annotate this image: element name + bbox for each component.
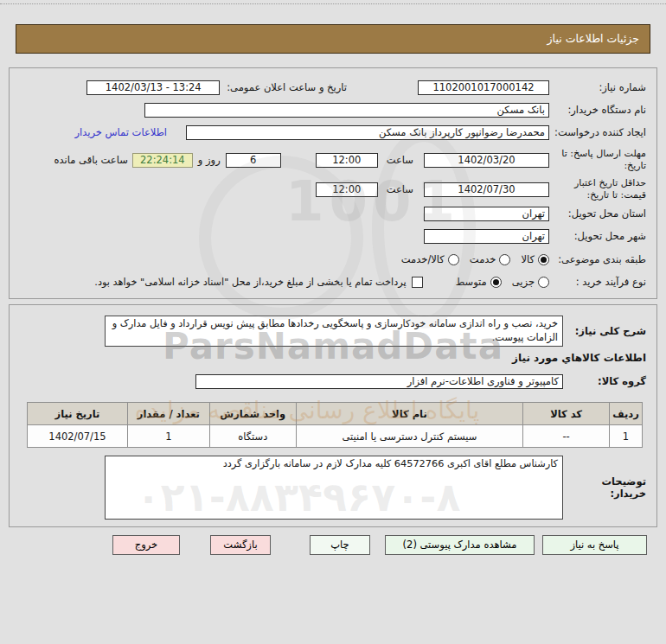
announce-datetime-field[interactable]: 1402/03/13 - 13:24 [86,80,220,95]
goods-group-label: گروه کالا: [563,375,646,387]
top-dotted-divider [0,3,666,4]
response-deadline-date-field[interactable]: 1402/03/20 [424,153,549,168]
print-button[interactable]: چاپ [310,535,370,555]
exit-button[interactable]: خروج [112,535,180,555]
response-deadline-row: مهلت ارسال پاسخ: تا تاریخ: 1402/03/20 سا… [20,148,646,172]
price-validity-row: حداقل تاریخ اعتبار قیمت: تا تاریخ: 1402/… [20,177,646,201]
purchase-type-label: نوع فرآیند خرید : [549,276,646,288]
cell-unit: دستگاه [209,425,296,448]
response-deadline-time-field[interactable]: 12:00 [316,153,378,168]
price-validity-date-field[interactable]: 1402/07/30 [424,182,549,197]
announce-datetime-label: تاریخ و ساعت اعلان عمومی: [227,81,347,93]
request-creator-field[interactable]: محمدرضا رضوانپور کارپرداز بانک مسکن [186,125,549,140]
price-validity-hour-label: ساعت [387,183,413,195]
buyer-notes-field[interactable]: کارشناس مطلع اقای اکبری 64572766 کلیه مد… [105,456,563,520]
general-description-label: شرح کلی نیاز: [563,325,646,337]
buyer-notes-row: توضیحات خریدار: کارشناس مطلع اقای اکبری … [20,455,646,520]
col-item-name: نام کالا [296,403,523,425]
delivery-province-field[interactable]: تهران [424,207,549,221]
view-attached-docs-button[interactable]: مشاهده مدارک پیوستی (2) [385,535,535,555]
buyer-org-row: نام دستگاه خریدار: بانک مسکن [20,101,646,118]
radio-medium[interactable] [490,277,502,288]
respond-to-need-button[interactable]: پاسخ به نیاز [542,535,647,555]
cell-need-date: 1402/07/15 [28,425,128,448]
radio-goods-service[interactable] [448,254,459,265]
goods-group-field[interactable]: کامپیوتر و فناوری اطلاعات-نرم افزار [195,374,563,389]
cell-item-name: سیستم کنترل دسترسی یا امنیتی [296,425,523,448]
back-button[interactable]: بازگشت [210,535,271,555]
delivery-city-label: شهر محل تحویل: [549,230,646,242]
remaining-days-label: روز و [198,154,221,166]
goods-group-row: گروه کالا: کامپیوتر و فناوری اطلاعات-نرم… [20,373,646,390]
radio-goods-label: کالا [521,253,535,265]
goods-section-heading: اطلاعات کالاهاي مورد نیاز [20,352,646,366]
general-description-field[interactable]: خرید، نصب و راه اندازی سامانه خودکارسازی… [105,316,563,347]
col-need-date: تاریخ نیاز [28,403,128,425]
countdown-timer: 22:24:14 [132,153,193,168]
goods-table-header-row: ردیف کد کالا نام کالا واحد شمارش تعداد /… [28,403,643,425]
radio-goods-service-label: کالا/خدمت [401,253,445,265]
buyer-contact-link[interactable]: اطلاعات تماس خریدار [74,126,167,138]
need-number-row: شماره نیاز: 1102001017000142 تاریخ و ساع… [20,79,646,96]
subject-class-label: طبقه بندی موضوعی: [549,253,646,265]
response-deadline-label: مهلت ارسال پاسخ: تا تاریخ: [549,148,646,172]
cell-item-code: -- [523,425,610,448]
col-item-code: کد کالا [523,403,610,425]
request-creator-label: ایجاد کننده درخواست: [549,126,646,138]
request-creator-row: ایجاد کننده درخواست: محمدرضا رضوانپور کا… [20,124,646,141]
general-description-row: شرح کلی نیاز: خرید، نصب و راه اندازی سام… [20,314,646,348]
buyer-org-field[interactable]: بانک مسکن [144,103,549,118]
need-info-panel: شماره نیاز: 1102001017000142 تاریخ و ساع… [9,67,657,299]
table-row: 1 -- سیستم کنترل دسترسی یا امنیتی دستگاه… [28,425,643,448]
delivery-city-row: شهر محل تحویل: تهران [20,227,646,245]
radio-medium-label: متوسط [456,276,487,288]
buyer-org-label: نام دستگاه خریدار: [549,104,646,116]
radio-service[interactable] [499,254,510,265]
treasury-checkbox[interactable] [412,277,423,288]
delivery-city-field[interactable]: تهران [424,229,549,244]
delivery-province-row: استان محل تحویل: تهران [20,205,646,222]
col-unit: واحد شمارش [209,403,296,425]
purchase-type-row: نوع فرآیند خرید : جزیی متوسط پرداخت تمام… [20,274,646,290]
subject-class-row: طبقه بندی موضوعی: کالا خدمت کالا/خدمت [20,252,646,267]
treasury-checkbox-label: پرداخت تمام یا بخشی از مبلغ خرید،از محل … [94,277,406,288]
cell-quantity: 1 [127,425,209,448]
countdown-label: ساعت باقی مانده [54,154,128,166]
radio-minor-label: جزیی [512,276,535,288]
delivery-province-label: استان محل تحویل: [549,207,646,220]
col-quantity: تعداد / مقدار [127,403,209,425]
radio-minor[interactable] [538,277,549,288]
col-row-number: ردیف [610,403,643,425]
price-validity-time-field[interactable]: 12:00 [316,182,378,197]
price-validity-label: حداقل تاریخ اعتبار قیمت: تا تاریخ: [549,177,646,201]
need-number-label: شماره نیاز: [549,81,646,93]
buyer-notes-label: توضیحات خریدار: [563,475,646,501]
radio-service-label: خدمت [470,253,496,265]
radio-goods[interactable] [538,254,549,265]
goods-table: ردیف کد کالا نام کالا واحد شمارش تعداد /… [27,402,643,448]
cell-row-number: 1 [610,425,643,448]
need-number-field[interactable]: 1102001017000142 [418,80,549,95]
action-buttons: پاسخ به نیاز مشاهده مدارک پیوستی (2) چاپ… [0,535,666,558]
remaining-days-field[interactable]: 6 [226,153,281,168]
response-deadline-hour-label: ساعت [387,154,413,166]
goods-info-panel: شرح کلی نیاز: خرید، نصب و راه اندازی سام… [9,304,657,527]
page-title: جزئیات اطلاعات نیاز [16,24,650,54]
